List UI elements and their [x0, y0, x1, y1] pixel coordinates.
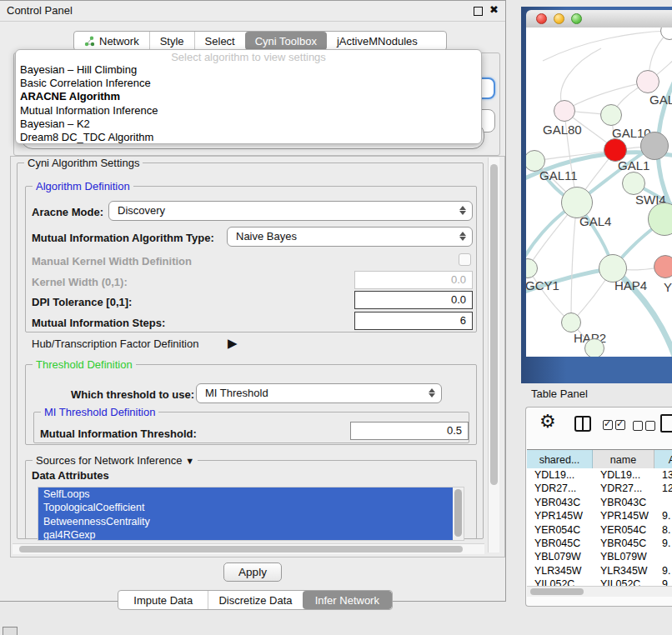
manual-kernel-checkbox[interactable]	[459, 253, 471, 266]
kernel-width-field[interactable]: 0.0	[354, 271, 473, 289]
aracne-mode-value: Discovery	[118, 204, 165, 217]
network-node[interactable]	[640, 132, 669, 160]
close-traffic-light-icon[interactable]	[536, 13, 547, 24]
node-label: GAL	[649, 92, 672, 107]
zoom-traffic-light-icon[interactable]	[571, 13, 582, 24]
data-attributes-list[interactable]: SelfLoopsTopologicalCoefficientBetweenne…	[38, 487, 464, 541]
table-row[interactable]: YDR27...YDR27...12	[527, 482, 672, 495]
which-threshold-value: MI Threshold	[205, 387, 268, 399]
attribute-list-item[interactable]: gal4RGexp	[38, 528, 458, 541]
table-cell: YBR045C	[593, 537, 654, 550]
settings-vertical-scrollbar[interactable]	[488, 158, 499, 552]
select-all-checks-icon[interactable]	[603, 418, 628, 433]
algorithm-dropdown-list: Select algorithm to view settings Bayesi…	[15, 49, 482, 144]
attribute-list-item[interactable]: BetweennessCentrality	[38, 515, 458, 528]
tab-label: Cyni Toolbox	[255, 35, 317, 48]
table-cell: YDL19...	[593, 468, 654, 482]
minimize-traffic-light-icon[interactable]	[554, 13, 564, 24]
gear-icon[interactable]: ⚙	[539, 411, 556, 432]
table-row[interactable]: YER054CYER054C8.	[527, 523, 672, 537]
control-panel-title: Control Panel	[7, 4, 73, 17]
table-cell: YDR27...	[593, 482, 654, 495]
tab-label: Select	[205, 35, 235, 48]
mi-steps-label: Mutual Information Steps:	[32, 317, 165, 329]
tab-discretize-data[interactable]: Discretize Data	[208, 591, 302, 609]
dropdown-item[interactable]: Dream8 DC_TDC Algorithm	[16, 131, 481, 144]
network-icon	[84, 36, 95, 47]
dpi-tolerance-field[interactable]: 0.0	[354, 291, 473, 309]
network-node-hap2[interactable]	[561, 312, 581, 332]
table-row[interactable]: YBR043CYBR043C	[527, 496, 672, 509]
column-header-1[interactable]: shared...	[527, 450, 593, 469]
table-row[interactable]: YPR145WYPR145W9.	[527, 509, 672, 522]
column-header-3[interactable]: A	[654, 450, 672, 469]
network-desktop-area: GALGAL80GAL10GAL1GAL11SWI4GAL4GCY1HAP4YH…	[521, 7, 672, 383]
table-row[interactable]: YDL19...YDL19...13	[527, 468, 672, 482]
tab-jactivemnodules[interactable]: jActiveMNodules	[327, 32, 428, 50]
which-threshold-label: Which threshold to use:	[71, 388, 194, 401]
network-window-titlebar[interactable]	[526, 10, 672, 28]
deselect-all-checks-icon[interactable]	[633, 419, 658, 434]
dropdown-item[interactable]: ARACNE Algorithm	[16, 90, 481, 103]
network-node-gal10[interactable]	[600, 104, 622, 126]
hub-definition-label[interactable]: Hub/Transcription Factor Definition	[32, 338, 198, 350]
tab-impute-data[interactable]: Impute Data	[118, 591, 208, 609]
table-row[interactable]: YLR345WYLR345W9.	[527, 564, 672, 578]
table-cell: YPR145W	[593, 509, 654, 522]
columns-icon[interactable]	[574, 416, 591, 432]
dropdown-item[interactable]: Basic Correlation Inference	[16, 77, 481, 90]
dropdown-item[interactable]: Bayesian – Hill Climbing	[16, 63, 481, 77]
mi-type-label: Mutual Information Algorithm Type:	[32, 232, 214, 244]
table-cell: YLR345W	[527, 564, 593, 578]
table-row[interactable]: YBL079WYBL079W	[527, 550, 672, 563]
apply-button[interactable]: Apply	[223, 562, 282, 582]
dropdown-items: Bayesian – Hill ClimbingBasic Correlatio…	[16, 63, 481, 144]
dropdown-item[interactable]: Bayesian – K2	[16, 118, 481, 131]
tab-cyni-toolbox[interactable]: Cyni Toolbox	[245, 32, 327, 50]
attribute-list-item[interactable]: TopologicalCoefficient	[38, 501, 458, 514]
network-node-gal80[interactable]	[554, 100, 575, 122]
dropdown-item[interactable]: Mutual Information Inference	[16, 104, 481, 118]
spinner-arrows-icon	[459, 231, 466, 242]
tab-select[interactable]: Select	[194, 32, 245, 50]
tab-label: Network	[99, 35, 139, 48]
control-panel-window: Control Panel ✖ NetworkStyleSelectCyni T…	[0, 0, 506, 602]
table-panel-title: Table Panel	[531, 388, 588, 400]
tab-style[interactable]: Style	[149, 32, 194, 50]
network-node-gal[interactable]	[636, 70, 659, 93]
float-window-icon[interactable]	[474, 7, 483, 16]
column-header-2[interactable]: name	[593, 450, 654, 469]
attributes-scrollbar[interactable]	[453, 488, 464, 540]
tab-infer-network[interactable]: Infer Network	[303, 591, 392, 609]
tab-label: Infer Network	[315, 594, 379, 607]
table-body: YDL19...YDL19...13YDR27...YDR27...12YBR0…	[527, 468, 672, 592]
table-header: shared...nameA	[527, 449, 672, 470]
table-cell: 9.	[654, 564, 672, 578]
which-threshold-combo[interactable]: MI Threshold	[196, 383, 442, 403]
corner-widget-icon[interactable]	[3, 627, 18, 635]
network-canvas[interactable]: GALGAL80GAL10GAL1GAL11SWI4GAL4GCY1HAP4YH…	[526, 28, 672, 357]
attribute-list-item[interactable]: SelfLoops	[38, 488, 458, 501]
tab-network[interactable]: Network	[74, 32, 149, 50]
aracne-mode-label: Aracne Mode:	[32, 206, 103, 218]
table-cell	[654, 550, 672, 563]
settings-horizontal-scrollbar[interactable]	[13, 543, 484, 554]
network-node-y[interactable]	[654, 255, 672, 278]
tab-label: Style	[160, 35, 184, 48]
node-label: GAL80	[543, 122, 582, 137]
table-horizontal-scrollbar[interactable]	[527, 586, 672, 597]
mi-type-combo[interactable]: Naive Bayes	[227, 227, 473, 247]
export-table-icon[interactable]	[660, 414, 672, 432]
mi-threshold-field[interactable]: 0.5	[350, 422, 469, 440]
table-cell: YPR145W	[527, 509, 593, 522]
collapse-arrow-icon[interactable]: ▼	[185, 456, 194, 466]
network-node-swi4[interactable]	[622, 172, 645, 195]
network-node[interactable]	[584, 338, 604, 357]
aracne-mode-combo[interactable]: Discovery	[108, 201, 473, 221]
table-row[interactable]: YBR045CYBR045C9.	[527, 537, 672, 550]
threshold-definition-title: Threshold Definition	[33, 358, 136, 371]
control-panel-tabbar: NetworkStyleSelectCyni ToolboxjActiveMNo…	[73, 31, 447, 51]
mi-steps-field[interactable]: 6	[354, 312, 473, 330]
close-icon[interactable]: ✖	[489, 3, 499, 16]
hub-expand-arrow-icon[interactable]: ▶	[228, 336, 238, 351]
